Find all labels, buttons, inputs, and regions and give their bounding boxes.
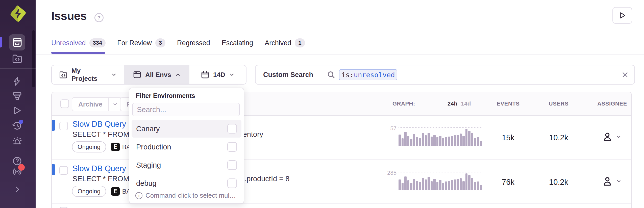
environment-filter-label: All Envs (145, 71, 171, 79)
events-count: 15k (490, 133, 526, 142)
sidebar-item-performance[interactable] (9, 73, 25, 89)
env-option-production[interactable]: Production (132, 138, 241, 156)
sidebar-divider (0, 68, 36, 69)
tab-unresolved[interactable]: Unresolved 334 (51, 38, 106, 47)
replay-tour-button[interactable] (612, 7, 632, 24)
sidebar-item-replays[interactable] (9, 102, 25, 119)
sidebar-item-releases[interactable] (9, 88, 25, 105)
issue-search-bar: Custom Search is:unresolved (255, 65, 635, 85)
date-range-label: 14D (213, 71, 225, 79)
tab-escalating[interactable]: Escalating (222, 39, 253, 47)
info-icon: i (135, 192, 142, 199)
sidebar-divider (0, 150, 36, 150)
platform-icon: E (111, 187, 120, 196)
issue-level-bar (52, 164, 55, 175)
environment-search-input[interactable]: Search... (132, 103, 240, 116)
graph-range-toggle: 24h 14d (448, 92, 471, 115)
events-column-header: EVENTS (490, 92, 526, 115)
tab-count-badge: 1 (295, 38, 305, 47)
tab-count-badge: 334 (89, 38, 106, 47)
tab-archived[interactable]: Archived 1 (265, 38, 305, 47)
tab-count-badge: 3 (155, 38, 165, 47)
issue-tabs: Unresolved 334 For Review 3 Regressed Es… (51, 38, 305, 47)
tab-label: Escalating (222, 39, 253, 47)
graph-column-header: GRAPH: (392, 92, 415, 115)
chevron-up-icon (175, 72, 181, 78)
range-14d[interactable]: 14d (461, 100, 471, 107)
project-filter-button[interactable]: My Projects (52, 65, 124, 84)
folder-code-icon (12, 53, 23, 64)
tabs-bottom-border (36, 55, 644, 55)
archive-button-label[interactable]: Archive (72, 98, 108, 111)
chevron-down-icon (111, 72, 117, 78)
play-outline-icon (12, 105, 22, 116)
env-option-checkbox[interactable] (227, 142, 237, 152)
sidebar-item-issues[interactable] (9, 34, 25, 50)
search-icon (327, 70, 335, 79)
tab-regressed[interactable]: Regressed (177, 39, 210, 47)
issues-page: Issues ? Unresolved 334 For Review 3 Reg… (0, 0, 644, 208)
footer-hint-text: Command-click to select multi… (145, 192, 238, 199)
users-count: 10.2k (541, 133, 576, 142)
chevron-down-icon (616, 134, 622, 140)
clear-search-icon[interactable] (621, 71, 629, 79)
token-key: is: (341, 71, 354, 79)
custom-search-button[interactable]: Custom Search (256, 71, 321, 79)
title-help-icon[interactable]: ? (94, 13, 104, 22)
range-24h[interactable]: 24h (448, 100, 457, 107)
archive-split-button[interactable]: Archive (72, 97, 122, 111)
sidebar-scrollbar[interactable] (32, 30, 35, 87)
sidebar-item-history[interactable] (9, 118, 25, 134)
env-option-canary[interactable]: Canary (132, 120, 241, 138)
tab-label: For Review (117, 39, 152, 47)
tab-for-review[interactable]: For Review 3 (117, 38, 165, 47)
issue-level-bar (52, 120, 55, 131)
users-column-header: USERS (541, 92, 576, 115)
notification-dot-red (18, 164, 25, 171)
lightning-icon (12, 76, 22, 86)
tab-label: Archived (265, 39, 291, 47)
dropdown-footer-hint: i Command-click to select multi… (135, 192, 238, 199)
sidebar-item-projects[interactable] (9, 50, 25, 67)
issue-title-link[interactable]: Slow DB Query (72, 120, 126, 129)
sidebar-item-alerts[interactable] (9, 133, 25, 149)
env-option-checkbox[interactable] (227, 160, 237, 170)
status-badge[interactable]: Ongoing (72, 186, 106, 197)
active-nav-indicator (0, 37, 2, 47)
issue-row[interactable] (52, 204, 631, 208)
chevron-down-icon (229, 72, 235, 78)
sparkline-bars (399, 172, 482, 190)
dropdown-footer-divider (129, 188, 244, 188)
issue-checkbox[interactable] (59, 207, 68, 208)
sidebar (0, 0, 36, 208)
graph-label: GRAPH: (392, 100, 415, 107)
sentry-logo[interactable] (9, 5, 27, 23)
siren-icon (12, 136, 23, 147)
user-icon (602, 131, 613, 142)
assignee-selector[interactable] (602, 131, 622, 142)
env-option-checkbox[interactable] (227, 124, 237, 134)
env-option-staging[interactable]: Staging (132, 156, 241, 174)
play-icon (618, 11, 627, 20)
tab-label: Unresolved (51, 39, 86, 47)
assignee-selector[interactable] (602, 176, 622, 187)
env-option-label: Staging (136, 161, 161, 169)
sidebar-collapse-button[interactable] (9, 181, 25, 197)
issue-checkbox[interactable] (59, 122, 68, 130)
env-option-checkbox[interactable] (227, 178, 237, 188)
status-badge[interactable]: Ongoing (72, 141, 106, 152)
select-all-checkbox[interactable] (60, 99, 69, 108)
sidebar-item-whats-new[interactable] (9, 164, 25, 180)
issue-title-link[interactable]: Slow DB Query (72, 164, 126, 173)
issue-checkbox[interactable] (59, 166, 68, 175)
issues-inbox-icon (12, 37, 22, 48)
environment-filter-button[interactable]: All Envs (124, 65, 189, 84)
date-range-button[interactable]: 14D (189, 65, 246, 84)
archive-dropdown-chevron[interactable] (109, 98, 121, 111)
search-token[interactable]: is:unresolved (339, 69, 397, 80)
project-filter-label: My Projects (71, 67, 107, 83)
sparkline-bars (399, 128, 482, 146)
active-tab-underline (51, 52, 105, 54)
search-input[interactable]: is:unresolved (321, 69, 634, 80)
env-option-debug[interactable]: debug (132, 174, 241, 192)
